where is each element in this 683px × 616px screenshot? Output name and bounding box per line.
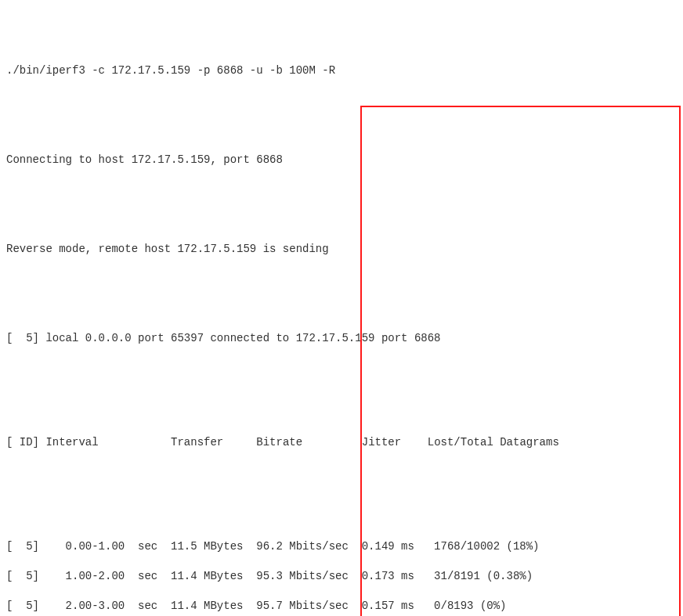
interval-row: [ 5] 2.00-3.00 sec 11.4 MBytes 95.7 Mbit… [6, 599, 677, 614]
interval-row: [ 5] 1.00-2.00 sec 11.4 MBytes 95.3 Mbit… [6, 569, 677, 584]
connecting-line: Connecting to host 172.17.5.159, port 68… [6, 153, 677, 168]
terminal-output: ./bin/iperf3 -c 172.17.5.159 -p 6868 -u … [0, 0, 683, 616]
interval-row: [ 5] 0.00-1.00 sec 11.5 MBytes 96.2 Mbit… [6, 539, 677, 554]
command-line: ./bin/iperf3 -c 172.17.5.159 -p 6868 -u … [6, 63, 677, 78]
local-conn-line: [ 5] local 0.0.0.0 port 65397 connected … [6, 331, 677, 346]
header-row: [ ID] Interval Transfer Bitrate Jitter L… [6, 435, 677, 450]
reverse-mode-line: Reverse mode, remote host 172.17.5.159 i… [6, 242, 677, 257]
